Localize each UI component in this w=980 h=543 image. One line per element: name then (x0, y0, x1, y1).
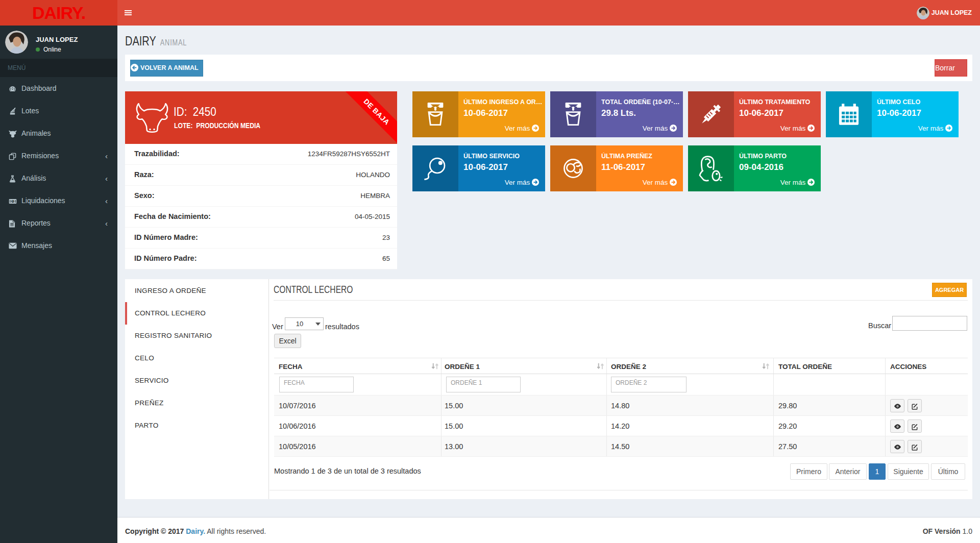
svg-text:1: 1 (12, 200, 14, 203)
